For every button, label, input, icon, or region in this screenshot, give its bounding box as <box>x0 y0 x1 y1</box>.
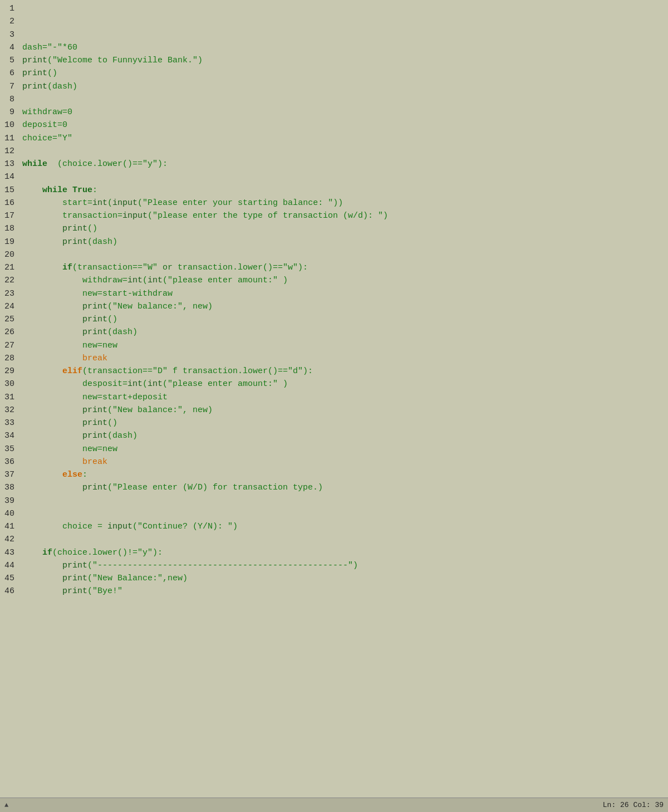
code-line: print(dash) <box>22 429 668 442</box>
line-number: 38 <box>0 481 14 494</box>
line-number: 40 <box>0 507 14 520</box>
code-line: print("Please enter (W/D) for transactio… <box>22 481 668 494</box>
line-number: 7 <box>0 80 14 93</box>
line-numbers: 1234567891011121314151617181920212223242… <box>0 2 18 795</box>
code-line <box>22 611 668 624</box>
line-number: 26 <box>0 326 14 339</box>
line-number: 35 <box>0 443 14 456</box>
line-number: 13 <box>0 158 14 170</box>
line-number: 16 <box>0 197 14 209</box>
code-line: print() <box>22 67 668 80</box>
code-line <box>22 248 668 261</box>
code-line: if(choice.lower()!="y"): <box>22 546 668 559</box>
line-number: 21 <box>0 261 14 274</box>
line-number: 32 <box>0 404 14 417</box>
code-line <box>22 533 668 546</box>
code-line: deposit=0 <box>22 119 668 131</box>
line-number: 15 <box>0 184 14 197</box>
code-line: transaction=input("please enter the type… <box>22 209 668 222</box>
code-line: new=start+deposit <box>22 391 668 404</box>
line-number: 18 <box>0 222 14 235</box>
line-number: 12 <box>0 145 14 158</box>
code-line: print("Bye!" <box>22 585 668 598</box>
code-line: new=new <box>22 443 668 456</box>
code-line: if(transaction=="W" or transaction.lower… <box>22 261 668 274</box>
code-line: choice = input("Continue? (Y/N): ") <box>22 520 668 533</box>
code-content[interactable]: dash="-"*60 print("Welcome to Funnyville… <box>18 2 668 795</box>
line-number: 8 <box>0 93 14 106</box>
line-number: 2 <box>0 15 14 28</box>
line-number: 27 <box>0 339 14 352</box>
code-line <box>22 145 668 158</box>
line-number: 37 <box>0 468 14 481</box>
code-line: elif(transaction=="D" f transaction.lowe… <box>22 365 668 378</box>
code-line <box>22 624 668 637</box>
code-line: print("---------------------------------… <box>22 559 668 572</box>
line-number: 24 <box>0 300 14 313</box>
code-line: print(dash) <box>22 80 668 93</box>
cursor-position: Ln: 26 Col: 39 <box>603 801 664 809</box>
code-line: start=int(input("Please enter your start… <box>22 197 668 209</box>
line-number: 4 <box>0 41 14 54</box>
code-line: print("New balance:", new) <box>22 404 668 417</box>
status-right: Ln: 26 Col: 39 <box>603 801 664 809</box>
code-line: print() <box>22 417 668 429</box>
code-line: print("Welcome to Funnyville Bank.") <box>22 54 668 67</box>
scroll-up-arrow[interactable]: ▲ <box>4 801 8 809</box>
line-number: 6 <box>0 67 14 80</box>
line-number: 36 <box>0 456 14 468</box>
line-number: 29 <box>0 365 14 378</box>
code-line: print(dash) <box>22 236 668 248</box>
code-line: print(dash) <box>22 326 668 339</box>
code-line <box>22 598 668 611</box>
line-number: 9 <box>0 106 14 119</box>
line-number: 10 <box>0 119 14 131</box>
code-area[interactable]: 1234567891011121314151617181920212223242… <box>0 0 668 798</box>
line-number: 14 <box>0 170 14 183</box>
code-line <box>22 507 668 520</box>
line-number: 17 <box>0 209 14 222</box>
line-number: 33 <box>0 417 14 429</box>
line-number: 19 <box>0 236 14 248</box>
line-number: 41 <box>0 520 14 533</box>
line-number: 22 <box>0 274 14 287</box>
line-number: 43 <box>0 546 14 559</box>
code-line: dash="-"*60 <box>22 41 668 54</box>
code-line: new=start-withdraw <box>22 287 668 300</box>
code-line <box>22 170 668 183</box>
editor-container: 1234567891011121314151617181920212223242… <box>0 0 668 812</box>
code-line <box>22 495 668 507</box>
line-number: 5 <box>0 54 14 67</box>
code-line: break <box>22 456 668 468</box>
code-line: while True: <box>22 184 668 197</box>
line-number: 30 <box>0 378 14 390</box>
line-number: 42 <box>0 533 14 546</box>
line-number: 28 <box>0 352 14 365</box>
code-line: withdraw=0 <box>22 106 668 119</box>
code-line: print("New balance:", new) <box>22 300 668 313</box>
line-number: 46 <box>0 585 14 598</box>
code-line: choice="Y" <box>22 132 668 145</box>
code-line: while (choice.lower()=="y"): <box>22 158 668 170</box>
line-number: 3 <box>0 28 14 41</box>
line-number: 39 <box>0 495 14 507</box>
status-bar: ▲ Ln: 26 Col: 39 <box>0 798 668 812</box>
code-line: new=new <box>22 339 668 352</box>
code-line: print("New Balance:",new) <box>22 572 668 585</box>
line-number: 34 <box>0 429 14 442</box>
code-line: else: <box>22 468 668 481</box>
status-left: ▲ <box>4 801 8 809</box>
line-number: 31 <box>0 391 14 404</box>
line-number: 1 <box>0 2 14 15</box>
code-line: print() <box>22 222 668 235</box>
code-line: desposit=int(int("please enter amount:" … <box>22 378 668 390</box>
line-number: 23 <box>0 287 14 300</box>
code-line: print() <box>22 313 668 326</box>
line-number: 11 <box>0 132 14 145</box>
code-line: withdraw=int(int("please enter amount:" … <box>22 274 668 287</box>
line-number: 44 <box>0 559 14 572</box>
line-number: 25 <box>0 313 14 326</box>
code-line <box>22 93 668 106</box>
line-number: 45 <box>0 572 14 585</box>
code-line: break <box>22 352 668 365</box>
